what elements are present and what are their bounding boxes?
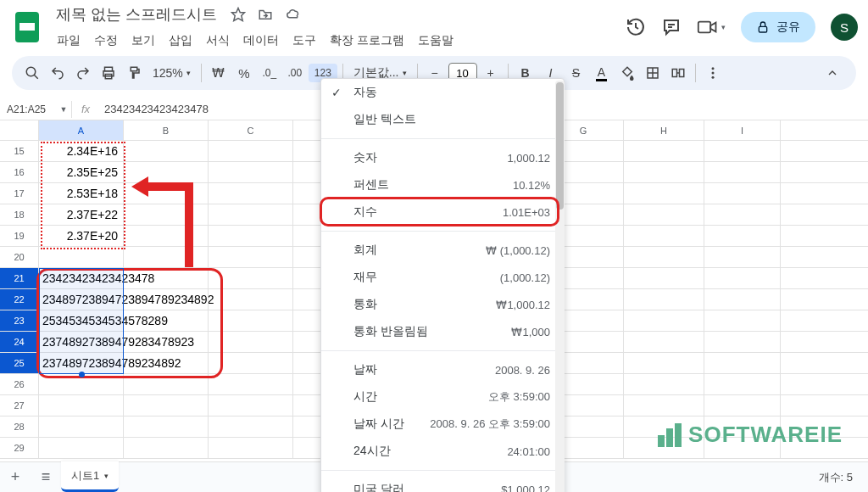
cell-B20[interactable]: [124, 247, 209, 267]
paint-format-icon[interactable]: [122, 61, 146, 85]
menu-data[interactable]: 데이터: [237, 30, 285, 52]
format-option[interactable]: 시간오후 3:59:00: [321, 383, 564, 411]
cell-H15[interactable]: [624, 141, 704, 161]
cell-A17[interactable]: 2.53E+18: [39, 183, 124, 204]
strike-icon[interactable]: S: [565, 61, 588, 85]
account-avatar[interactable]: S: [831, 14, 858, 41]
cell-C28[interactable]: [209, 417, 293, 437]
star-icon[interactable]: [231, 7, 246, 22]
format-option[interactable]: ✓자동: [321, 79, 564, 106]
cell-I18[interactable]: [704, 204, 781, 225]
fill-color-icon[interactable]: [615, 61, 639, 85]
sheet-tab-active[interactable]: 시트1 ▾: [61, 461, 119, 492]
row-header-15[interactable]: 15: [0, 141, 39, 161]
cell-B29[interactable]: [124, 438, 209, 458]
cell-C20[interactable]: [209, 247, 293, 267]
row-header-19[interactable]: 19: [0, 226, 39, 246]
cell-A25[interactable]: 237489723894​789234892: [39, 353, 124, 373]
cell-A16[interactable]: 2.35E+25: [39, 162, 124, 182]
menu-file[interactable]: 파일: [51, 30, 86, 52]
cell-H27[interactable]: [624, 395, 704, 416]
row-header-23[interactable]: 23: [0, 310, 39, 331]
cell-B27[interactable]: [124, 395, 209, 416]
cell-A29[interactable]: [39, 438, 124, 458]
menu-tools[interactable]: 도구: [287, 30, 322, 52]
add-sheet-button[interactable]: +: [0, 468, 31, 486]
cell-A24[interactable]: 237489273894​792834789​23: [39, 332, 124, 352]
redo-icon[interactable]: [71, 61, 95, 85]
cell-C25[interactable]: [209, 353, 293, 373]
cell-A23[interactable]: 253453453453​4578289: [39, 310, 124, 331]
col-header-I[interactable]: I: [704, 120, 781, 140]
row-header-28[interactable]: 28: [0, 417, 39, 437]
cell-I20[interactable]: [704, 247, 781, 267]
cell-I21[interactable]: [704, 268, 781, 288]
cell-I19[interactable]: [704, 226, 781, 246]
format-option[interactable]: 회계₩ (1,000.12): [321, 237, 564, 264]
borders-icon[interactable]: [641, 61, 665, 85]
format-option[interactable]: 24시간24:01:00: [321, 438, 564, 465]
print-icon[interactable]: [97, 61, 120, 85]
cell-A15[interactable]: 2.34E+16: [39, 141, 124, 161]
move-icon[interactable]: [258, 7, 273, 22]
all-sheets-button[interactable]: ≡: [31, 468, 61, 486]
menu-edit[interactable]: 수정: [88, 30, 124, 52]
currency-icon[interactable]: ₩: [207, 61, 231, 85]
row-header-18[interactable]: 18: [0, 204, 39, 225]
menu-format[interactable]: 서식: [200, 30, 236, 52]
format-option[interactable]: 숫자1,000.12: [321, 144, 564, 171]
cell-C17[interactable]: [209, 183, 293, 204]
cell-I27[interactable]: [704, 395, 781, 416]
undo-icon[interactable]: [46, 61, 70, 85]
menu-view[interactable]: 보기: [125, 30, 161, 52]
col-header-A[interactable]: A: [39, 120, 124, 140]
row-header-29[interactable]: 29: [0, 438, 39, 458]
cell-A21[interactable]: 234234234234234​78: [39, 268, 124, 288]
cell-C15[interactable]: [209, 141, 293, 161]
text-color-icon[interactable]: A: [590, 61, 614, 85]
cell-I16[interactable]: [704, 162, 781, 182]
cell-C22[interactable]: [209, 289, 293, 310]
cell-B22[interactable]: [124, 289, 209, 310]
zoom-select[interactable]: 125%▾: [147, 63, 196, 83]
menu-extensions[interactable]: 확장 프로그램: [324, 30, 410, 52]
cell-H21[interactable]: [624, 268, 704, 288]
meet-icon[interactable]: ▾: [697, 17, 726, 37]
sheets-logo[interactable]: [10, 10, 44, 44]
col-header-B[interactable]: B: [124, 120, 209, 140]
menu-insert[interactable]: 삽입: [163, 30, 198, 52]
merge-icon[interactable]: [666, 61, 690, 85]
cell-B26[interactable]: [124, 374, 209, 394]
cell-C21[interactable]: [209, 268, 293, 288]
row-header-22[interactable]: 22: [0, 289, 39, 310]
format-option[interactable]: 날짜 시간2008. 9. 26 오후 3:59:00: [321, 411, 564, 438]
cell-C16[interactable]: [209, 162, 293, 182]
cell-B15[interactable]: [124, 141, 209, 161]
cell-H24[interactable]: [624, 332, 704, 352]
cell-A27[interactable]: [39, 395, 124, 416]
menu-help[interactable]: 도움말: [412, 30, 459, 52]
row-header-26[interactable]: 26: [0, 374, 39, 394]
cell-I26[interactable]: [704, 374, 781, 394]
cell-B18[interactable]: [124, 204, 209, 225]
cell-B25[interactable]: [124, 353, 209, 373]
cell-C19[interactable]: [209, 226, 293, 246]
cell-H25[interactable]: [624, 353, 704, 373]
cell-A20[interactable]: [39, 247, 124, 267]
cell-H23[interactable]: [624, 310, 704, 331]
cell-H19[interactable]: [624, 226, 704, 246]
cell-H22[interactable]: [624, 289, 704, 310]
cell-H28[interactable]: [624, 417, 704, 437]
cell-I28[interactable]: [704, 417, 781, 437]
cell-I22[interactable]: [704, 289, 781, 310]
format-option[interactable]: 통화 반올림됨₩1,000: [321, 318, 564, 345]
format-option[interactable]: 미국 달러$1,000.12: [321, 476, 564, 492]
formula-value[interactable]: 234234234234234​78: [99, 103, 214, 115]
cloud-icon[interactable]: [285, 7, 302, 22]
cell-B28[interactable]: [124, 417, 209, 437]
row-header-20[interactable]: 20: [0, 247, 39, 267]
format-option[interactable]: 날짜2008. 9. 26: [321, 356, 564, 383]
collapse-toolbar-icon[interactable]: [821, 61, 844, 85]
cell-C23[interactable]: [209, 310, 293, 331]
cell-A22[interactable]: 234897238947​238947892​34892: [39, 289, 124, 310]
